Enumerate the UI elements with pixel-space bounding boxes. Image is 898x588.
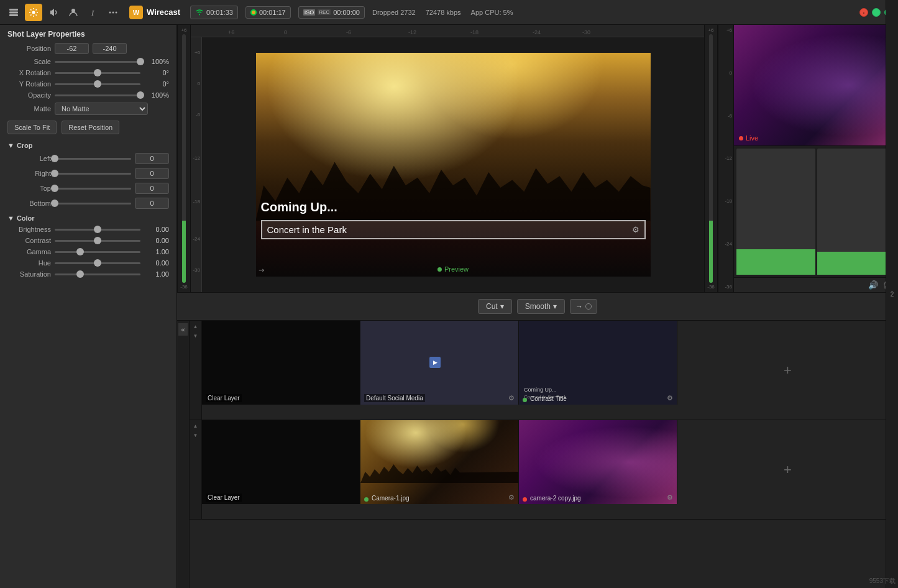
brightness-thumb[interactable] xyxy=(94,226,101,233)
x-rotation-thumb[interactable] xyxy=(94,69,101,76)
x-rotation-track[interactable] xyxy=(55,72,140,74)
speaker-icon[interactable]: 🔊 xyxy=(868,280,878,290)
shot-default-social[interactable]: ▶ Default Social Media ⚙ xyxy=(360,321,519,405)
color-chevron[interactable]: ▼ xyxy=(7,214,14,222)
edit-icon: ⚙ xyxy=(632,225,639,234)
preview-image: Coming Up... Concert in the Park ⚙ ↗ xyxy=(256,53,651,277)
right-panel-inner: +6 0 -6 -12 -18 -24 -36 xyxy=(718,25,898,292)
layer-2-up-btn[interactable]: ▲ xyxy=(191,421,201,430)
scale-to-fit-button[interactable]: Scale To Fit xyxy=(7,121,57,134)
toolbar-user-icon[interactable] xyxy=(65,4,82,21)
iso-status-group[interactable]: ISO REC 00:00:00 xyxy=(298,6,365,19)
smooth-button[interactable]: Smooth ▾ xyxy=(517,299,565,314)
hue-value: 0.00 xyxy=(144,259,169,267)
shot-gear-title[interactable]: ⚙ xyxy=(667,394,673,402)
wifi-status-group[interactable]: 00:01:33 xyxy=(190,6,238,19)
shot-camera-2-copy[interactable]: camera-2 copy.jpg ⚙ xyxy=(519,420,677,504)
layer-1-up-btn[interactable]: ▲ xyxy=(191,322,201,331)
stream-status-group[interactable]: 00:01:17 xyxy=(245,6,291,19)
position-y-field[interactable]: -240 xyxy=(93,43,127,54)
tl-maximize[interactable] xyxy=(872,8,881,17)
layer-1-nav: ▲ ▼ xyxy=(190,321,202,420)
toolbar-more-icon[interactable] xyxy=(104,4,122,21)
hue-thumb[interactable] xyxy=(94,259,101,267)
shot-camera-1[interactable]: Camera-1.jpg ⚙ xyxy=(360,420,519,504)
opacity-row: Opacity 100% xyxy=(0,90,176,101)
crop-top-value[interactable]: 0 xyxy=(135,183,169,194)
ruler-v-neg6: -6 xyxy=(196,112,200,117)
gamma-track[interactable] xyxy=(55,251,140,253)
wc-icon: W xyxy=(129,6,143,19)
svg-point-4 xyxy=(71,9,75,12)
shot-label-title: Contrast Title xyxy=(530,395,567,402)
toolbar-settings-icon[interactable] xyxy=(25,4,42,21)
add-shot-btn-2[interactable]: + xyxy=(677,420,898,519)
crop-chevron[interactable]: ▼ xyxy=(7,142,14,149)
toolbar-layers-icon[interactable] xyxy=(5,4,22,21)
cut-button[interactable]: Cut ▾ xyxy=(478,299,512,314)
crop-top-track[interactable] xyxy=(55,188,131,190)
collapse-panel-button[interactable]: « xyxy=(178,323,187,336)
ruler-v-neg24: -24 xyxy=(193,236,200,242)
toolbar-volume-icon[interactable] xyxy=(45,4,62,21)
contrast-track[interactable] xyxy=(55,240,140,242)
crop-left-track[interactable] xyxy=(55,158,131,160)
wifi-btn[interactable]: 00:01:33 xyxy=(190,6,238,19)
crop-bottom-track[interactable] xyxy=(55,203,131,204)
go-to-live-button[interactable]: → xyxy=(570,299,597,314)
reset-position-button[interactable]: Reset Position xyxy=(62,121,119,134)
add-shot-btn-1[interactable]: + xyxy=(677,321,898,420)
shot-clear-layer-2[interactable]: Clear Layer xyxy=(202,420,360,504)
smooth-dropdown-icon: ▾ xyxy=(553,302,557,311)
svg-rect-0 xyxy=(9,9,18,11)
scale-track[interactable] xyxy=(55,61,140,63)
crop-left-thumb[interactable] xyxy=(51,155,58,162)
crop-bottom-thumb[interactable] xyxy=(51,200,58,207)
crop-right-value[interactable]: 0 xyxy=(135,168,169,179)
shot-clear-layer-1[interactable]: Clear Layer xyxy=(202,321,360,405)
scale-label: Scale xyxy=(7,58,51,65)
x-rotation-slider xyxy=(55,72,140,74)
gamma-thumb[interactable] xyxy=(76,248,84,255)
contrast-thumb[interactable] xyxy=(94,237,101,244)
layer-1-down-btn[interactable]: ▼ xyxy=(191,331,201,340)
concert-title-box[interactable]: Concert in the Park ⚙ xyxy=(261,220,646,239)
shot-bg-concert xyxy=(360,420,518,504)
crop-bottom-value[interactable]: 0 xyxy=(135,198,169,209)
right-vu-area: 🔊 🎧 xyxy=(734,146,898,292)
opacity-thumb[interactable] xyxy=(137,91,144,99)
ruler-horizontal: +6 0 -6 -12 -18 -24 -30 xyxy=(191,25,704,37)
crop-top-thumb[interactable] xyxy=(51,185,58,192)
shot-gear-cam2[interactable]: ⚙ xyxy=(667,494,673,502)
y-rotation-track[interactable] xyxy=(55,83,140,85)
shot-gear-social[interactable]: ⚙ xyxy=(508,394,515,402)
stream-indicator xyxy=(250,9,257,16)
live-light xyxy=(734,25,898,145)
iso-btn[interactable]: ISO REC 00:00:00 xyxy=(298,6,365,19)
position-x-field[interactable]: -62 xyxy=(55,43,89,54)
opacity-track[interactable] xyxy=(55,94,140,96)
stream-btn[interactable]: 00:01:17 xyxy=(245,6,291,19)
y-rotation-row: Y Rotation 0° xyxy=(0,78,176,90)
ruler-v-neg18: -18 xyxy=(193,199,200,204)
scale-thumb[interactable] xyxy=(137,58,144,65)
shot-bg-guitar xyxy=(519,420,677,504)
brightness-track[interactable] xyxy=(55,229,140,231)
shot-contrast-title[interactable]: Coming Up... Concert in the Park Contras… xyxy=(519,321,677,405)
layer-2-down-btn[interactable]: ▼ xyxy=(191,431,201,439)
ruler-v-6: +6 xyxy=(195,50,200,55)
y-rotation-slider xyxy=(55,83,140,85)
saturation-track[interactable] xyxy=(55,273,140,275)
matte-select[interactable]: No Matte Alpha Luma xyxy=(55,103,148,115)
y-rotation-thumb[interactable] xyxy=(94,80,101,88)
transition-bar: Cut ▾ Smooth ▾ → xyxy=(177,292,898,321)
crop-left-value[interactable]: 0 xyxy=(135,153,169,164)
crop-right-track[interactable] xyxy=(55,173,131,175)
toolbar-italic-icon[interactable]: I xyxy=(85,4,102,21)
hue-track[interactable] xyxy=(55,262,140,264)
crop-right-thumb[interactable] xyxy=(51,170,58,177)
svg-point-9 xyxy=(199,14,200,15)
shot-gear-cam1[interactable]: ⚙ xyxy=(508,494,515,502)
brightness-value: 0.00 xyxy=(144,226,169,233)
saturation-thumb[interactable] xyxy=(76,270,84,278)
